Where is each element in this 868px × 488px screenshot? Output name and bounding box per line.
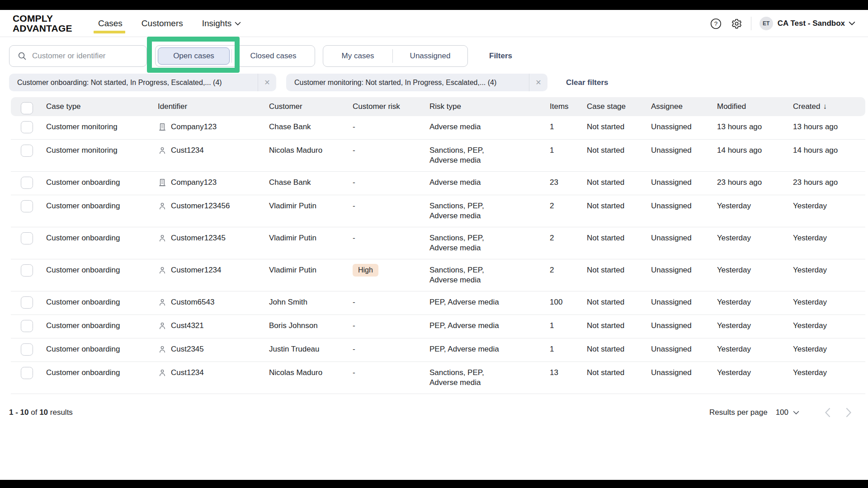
chip-close-icon[interactable]: ✕ [529, 74, 547, 91]
filter-chip-label: Customer monitoring: Not started, In Pro… [286, 79, 529, 87]
row-checkbox[interactable] [21, 367, 33, 379]
table-row[interactable]: Customer onboardingCustom6543John Smith-… [11, 291, 865, 315]
nav-item-cases[interactable]: Cases [98, 19, 123, 28]
filters-button[interactable]: Filters [489, 45, 512, 67]
help-button[interactable]: ? [708, 16, 724, 31]
row-checkbox[interactable] [21, 200, 33, 212]
column-header-items[interactable]: Items [550, 97, 587, 116]
nav-item-customers[interactable]: Customers [142, 19, 183, 28]
cell-identifier: Cust1234 [158, 368, 269, 378]
person-icon [158, 321, 167, 330]
cell-stage: Not started [587, 201, 651, 211]
cell-risk-type: PEP, Adverse media [429, 321, 550, 331]
search-box[interactable] [9, 45, 147, 67]
pagination-controls: Results per page 100 [709, 408, 852, 418]
column-header-risk[interactable]: Customer risk [353, 97, 429, 116]
settings-button[interactable] [729, 16, 745, 31]
cell-case-type: Customer monitoring [46, 145, 158, 155]
cell-customer: Vladimir Putin [269, 201, 353, 211]
cell-created: Yesterday [793, 368, 865, 378]
column-header-stage[interactable]: Case stage [587, 97, 651, 116]
cell-risk-type: Sanctions, PEP, Adverse media [429, 368, 550, 388]
column-header-modified[interactable]: Modified [717, 97, 793, 116]
row-checkbox[interactable] [21, 232, 33, 244]
per-page-select[interactable]: 100 [776, 408, 799, 417]
filter-chips-row: Customer onboarding: Not started, In Pro… [0, 74, 868, 91]
cell-items: 1 [550, 122, 587, 132]
header-checkbox-cell [11, 99, 46, 114]
comply-advantage-logo[interactable]: COMPLY ADVANTAGE [13, 14, 72, 33]
cell-risk: - [353, 233, 429, 243]
row-checkbox-cell [11, 233, 46, 244]
nav-item-insights[interactable]: Insights [202, 19, 241, 28]
previous-page-button[interactable] [825, 408, 830, 418]
row-checkbox[interactable] [21, 343, 33, 356]
person-icon [158, 298, 167, 307]
chip-close-icon[interactable]: ✕ [258, 74, 276, 91]
cell-identifier: Customer1234 [158, 265, 269, 275]
cell-items: 2 [550, 233, 587, 243]
table-row[interactable]: Customer monitoringCompany123Chase Bank-… [11, 116, 865, 140]
case-state-toggle: Open cases Closed cases [155, 45, 315, 67]
cell-identifier: Cust4321 [158, 321, 269, 331]
assignment-toggle: My cases Unassigned [323, 45, 468, 67]
person-icon [158, 234, 167, 243]
table-row[interactable]: Customer onboardingCust4321Boris Johnson… [11, 315, 865, 338]
cell-risk: - [353, 178, 429, 188]
clear-filters-button[interactable]: Clear filters [566, 74, 609, 91]
column-header-assignee[interactable]: Assignee [651, 97, 717, 116]
row-checkbox[interactable] [21, 121, 33, 133]
identifier-text: Cust1234 [171, 145, 204, 155]
cell-risk: - [353, 201, 429, 211]
open-cases-button[interactable]: Open cases [158, 47, 230, 65]
select-all-checkbox[interactable] [21, 102, 33, 114]
cell-modified: 14 hours ago [717, 145, 793, 155]
column-header-created[interactable]: Created↓ [793, 97, 865, 116]
column-header-risk-type[interactable]: Risk type [429, 97, 550, 116]
account-name[interactable]: CA Test - Sandbox [778, 19, 845, 28]
cell-items: 13 [550, 368, 587, 378]
unassigned-button[interactable]: Unassigned [393, 46, 467, 66]
cell-stage: Not started [587, 233, 651, 243]
row-checkbox[interactable] [21, 320, 33, 332]
row-checkbox[interactable] [21, 264, 33, 277]
row-checkbox[interactable] [21, 145, 33, 157]
table-row[interactable]: Customer onboardingCustomer12345Vladimir… [11, 227, 865, 259]
cell-items: 1 [550, 344, 587, 354]
column-header-customer[interactable]: Customer [269, 97, 353, 116]
my-cases-button[interactable]: My cases [323, 46, 392, 66]
help-icon: ? [710, 18, 722, 30]
cell-risk-type: Adverse media [429, 122, 550, 132]
cell-modified: 23 hours ago [717, 178, 793, 188]
filter-chip-onboarding: Customer onboarding: Not started, In Pro… [9, 74, 276, 91]
cell-customer: John Smith [269, 297, 353, 307]
table-row[interactable]: Customer onboardingCompany123Chase Bank-… [11, 172, 865, 195]
row-checkbox-cell [11, 297, 46, 309]
row-checkbox[interactable] [21, 296, 33, 309]
table-row[interactable]: Customer onboardingCustomer1234Vladimir … [11, 259, 865, 291]
column-header-identifier[interactable]: Identifier [158, 97, 269, 116]
avatar[interactable]: ET [760, 17, 773, 30]
table-row[interactable]: Customer onboardingCustomer123456Vladimi… [11, 195, 865, 227]
account-chevron-down-icon[interactable] [849, 21, 855, 26]
table-row[interactable]: Customer onboardingCust1234Nicolas Madur… [11, 362, 865, 394]
column-header-case-type[interactable]: Case type [46, 97, 158, 116]
cell-case-type: Customer onboarding [46, 344, 158, 354]
screen: COMPLY ADVANTAGE Cases Customers Insight… [0, 0, 868, 488]
table-row[interactable]: Customer onboardingCust2345Justin Trudea… [11, 338, 865, 362]
cell-items: 100 [550, 297, 587, 307]
chevron-left-icon [825, 408, 830, 418]
table-row[interactable]: Customer monitoringCust1234Nicolas Madur… [11, 140, 865, 172]
cell-created: 13 hours ago [793, 122, 865, 132]
row-checkbox[interactable] [21, 177, 33, 189]
search-input[interactable] [32, 52, 140, 61]
row-checkbox-cell [11, 321, 46, 332]
cell-identifier: Cust2345 [158, 344, 269, 354]
header-right: ? ET CA Test - Sandbox [708, 10, 855, 37]
cell-stage: Not started [587, 122, 651, 132]
cell-customer: Nicolas Maduro [269, 368, 353, 378]
identifier-text: Custom6543 [171, 297, 214, 307]
next-page-button[interactable] [846, 408, 852, 418]
cell-modified: Yesterday [717, 201, 793, 211]
closed-cases-button[interactable]: Closed cases [232, 46, 315, 66]
